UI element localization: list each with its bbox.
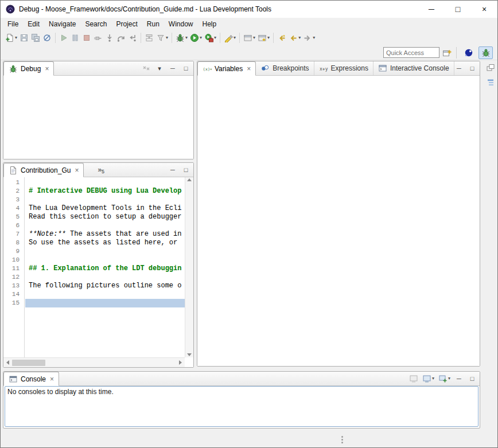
editor-line: # Interactive DEBUG using Lua Develop <box>25 187 185 196</box>
scroll-right-icon[interactable] <box>179 360 182 365</box>
line-number: 12 <box>3 273 24 282</box>
disconnect-button <box>92 32 104 44</box>
menu-navigate[interactable]: Navigate <box>44 18 80 30</box>
console-content[interactable]: No consoles to display at this time. <box>5 386 478 427</box>
view-menu-icon[interactable]: ▾ <box>155 63 164 73</box>
close-tab-icon[interactable]: × <box>75 166 79 174</box>
title-bar: Debug - Moose_Framework/docs/Contributio… <box>1 1 497 18</box>
external-tools-button[interactable]: ▾ <box>203 32 217 44</box>
code-segment: The following pictures outline some o <box>29 282 181 290</box>
last-edit-location-button[interactable] <box>276 32 287 44</box>
dropdown-arrow-icon[interactable]: ▾ <box>200 36 202 40</box>
tab-expressions[interactable]: x+yExpressions <box>314 61 374 75</box>
main-toolbar: ▾▾▾▾▾▾▾▾▾▾ <box>1 30 497 45</box>
drop-to-frame-button <box>143 32 155 44</box>
outline-view-icon[interactable] <box>485 77 496 88</box>
suspend-icon <box>71 33 80 42</box>
new-wizard-button[interactable]: ▾ <box>242 32 256 44</box>
menu-edit[interactable]: Edit <box>23 18 44 30</box>
menu-file[interactable]: File <box>3 18 23 30</box>
maximize-icon[interactable]: □ <box>181 63 190 73</box>
debug-view-content[interactable] <box>3 76 193 159</box>
menu-run[interactable]: Run <box>142 18 164 30</box>
dropdown-arrow-icon[interactable]: ▾ <box>214 36 216 40</box>
dropdown-arrow-icon[interactable]: ▾ <box>185 36 188 40</box>
open-type-button[interactable]: ▾ <box>256 32 271 44</box>
maximize-window-button[interactable]: □ <box>445 1 471 18</box>
tab-contribution-guide[interactable]: Contribution_Gu × <box>3 163 84 177</box>
status-trim-grip[interactable] <box>341 436 343 438</box>
remove-all-terminated-icon <box>142 63 151 73</box>
dropdown-arrow-icon[interactable]: ▾ <box>313 36 315 40</box>
line-number: 13 <box>3 282 24 290</box>
perspective-bar <box>1 45 497 60</box>
tab-interactive-console[interactable]: Interactive Console <box>374 61 454 75</box>
skip-all-breakpoints-button[interactable] <box>41 32 53 44</box>
dropdown-arrow-icon[interactable]: ▾ <box>253 36 255 40</box>
close-tab-icon[interactable]: × <box>247 65 251 73</box>
dropdown-arrow-icon[interactable]: ▾ <box>166 36 168 40</box>
close-tab-icon[interactable]: × <box>45 65 49 73</box>
tab-label: Console <box>21 375 46 383</box>
dropdown-arrow-icon[interactable]: ▾ <box>298 36 301 40</box>
menu-window[interactable]: Window <box>164 18 198 30</box>
editor-line: So use the assets as listed here, or <box>25 239 185 247</box>
resume-button <box>58 32 69 44</box>
minimize-icon[interactable]: ─ <box>454 63 464 73</box>
save-icon <box>20 33 29 42</box>
maximize-icon[interactable]: □ <box>468 373 477 384</box>
tab-debug[interactable]: Debug × <box>3 61 54 76</box>
back-button[interactable]: ▾ <box>287 32 302 44</box>
run-button[interactable]: ▾ <box>189 32 203 44</box>
open-perspective-icon[interactable] <box>442 48 452 58</box>
minimize-icon[interactable]: ─ <box>168 165 177 175</box>
close-window-button[interactable]: × <box>471 1 497 18</box>
code-area[interactable]: # Interactive DEBUG using Lua DevelopThe… <box>25 177 185 357</box>
display-selected-console-icon[interactable]: ▾ <box>422 373 434 384</box>
scroll-down-icon[interactable] <box>187 353 192 356</box>
new-button[interactable]: ▾ <box>4 32 18 44</box>
toolbar-separator <box>273 33 274 43</box>
step-return-icon <box>128 33 137 42</box>
scroll-left-icon[interactable] <box>6 360 9 365</box>
dropdown-arrow-icon[interactable]: ▾ <box>234 36 236 40</box>
line-number: 10 <box>3 256 24 264</box>
tab-breakpoints[interactable]: Breakpoints <box>256 61 314 75</box>
editor-horizontal-scrollbar[interactable] <box>3 357 185 367</box>
code-segment: **Note:** <box>29 230 66 238</box>
scroll-up-icon[interactable] <box>187 178 192 181</box>
variables-content[interactable] <box>197 76 480 366</box>
quick-access-input[interactable] <box>383 47 439 58</box>
minimize-icon[interactable]: ─ <box>168 63 177 73</box>
resume-icon <box>59 33 68 42</box>
lua-perspective-button[interactable] <box>461 46 476 59</box>
menu-help[interactable]: Help <box>198 18 221 30</box>
menu-project[interactable]: Project <box>111 18 142 30</box>
minimize-window-button[interactable]: ─ <box>418 1 445 18</box>
tab-label: Contribution_Gu <box>21 166 71 174</box>
close-tab-icon[interactable]: × <box>50 375 54 383</box>
back-icon <box>289 33 298 42</box>
dropdown-arrow-icon[interactable]: ▾ <box>15 36 17 40</box>
line-number: 15 <box>3 299 24 307</box>
debug-view: Debug × ▾─□ <box>3 61 194 159</box>
svg-text:x+y: x+y <box>320 67 328 72</box>
dropdown-arrow-icon[interactable]: ▾ <box>267 36 270 40</box>
tab-console[interactable]: Console × <box>3 372 59 386</box>
console-message: No consoles to display at this time. <box>7 388 114 396</box>
maximize-icon[interactable]: □ <box>181 165 190 175</box>
open-console-icon[interactable]: ▾ <box>438 373 450 384</box>
minimize-icon[interactable]: ─ <box>454 373 464 384</box>
debug-button[interactable]: ▾ <box>174 32 189 44</box>
mark-occurrences-button[interactable]: ▾ <box>223 32 237 44</box>
editor-vertical-scrollbar[interactable] <box>185 177 193 357</box>
editor-line: The following pictures outline some o <box>25 282 185 290</box>
maximize-icon[interactable]: □ <box>468 63 477 73</box>
menu-search[interactable]: Search <box>80 18 111 30</box>
scrollbar-thumb[interactable] <box>12 360 45 366</box>
restore-views-icon[interactable] <box>485 63 496 73</box>
editor-tab-overflow[interactable]: »5 <box>94 163 108 177</box>
debug-perspective-button[interactable] <box>478 46 493 59</box>
tab-variables[interactable]: (x)=Variables× <box>197 61 256 76</box>
editor-line <box>25 178 185 187</box>
